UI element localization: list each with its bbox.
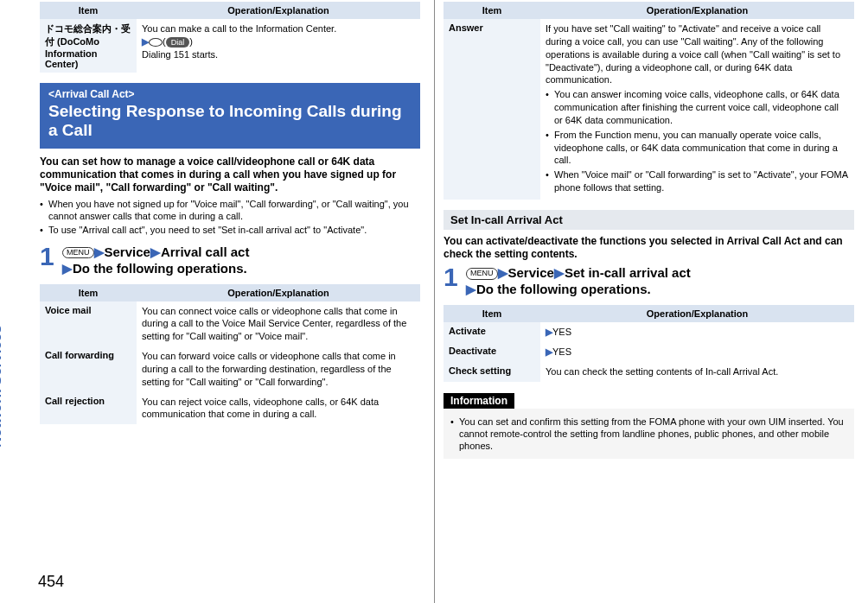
info-item: You can set and confirm this setting fro… bbox=[450, 416, 847, 453]
table-row: Call forwardingYou can forward voice cal… bbox=[40, 346, 420, 392]
col-header-item: Item bbox=[444, 2, 540, 19]
item-name: Answer bbox=[444, 19, 540, 200]
menu-key-icon: MENU bbox=[62, 247, 94, 259]
table-row: Answer If you have set "Call waiting" to… bbox=[444, 19, 854, 200]
notes-list: When you have not signed up for "Voice m… bbox=[40, 198, 420, 237]
section-title: Selecting Response to Incoming Calls dur… bbox=[48, 102, 412, 140]
item-desc: You can make a call to the Information C… bbox=[137, 19, 420, 73]
col-header-op: Operation/Explanation bbox=[540, 2, 854, 19]
info-center-table: Item Operation/Explanation ドコモ総合案内・受付 (D… bbox=[40, 2, 420, 73]
step: 1 MENU▶Service▶Arrival call act ▶Do the … bbox=[40, 244, 420, 277]
section-tag: <Arrival Call Act> bbox=[48, 88, 412, 100]
bullet-item: You can answer incoming voice calls, vid… bbox=[546, 88, 849, 127]
table-row: Call rejectionYou can reject voice calls… bbox=[40, 392, 420, 425]
side-tab-label: Network Services bbox=[0, 325, 5, 447]
table-row: Activate▶YES bbox=[444, 322, 854, 342]
col-header-op: Operation/Explanation bbox=[540, 305, 854, 322]
side-tab: Network Services bbox=[0, 0, 29, 603]
bullet-item: When "Voice mail" or "Call forwarding" i… bbox=[546, 168, 849, 194]
table-row: ドコモ総合案内・受付 (DoCoMo Information Center) Y… bbox=[40, 19, 420, 73]
features-table: Item Operation/Explanation Voice mailYou… bbox=[40, 284, 420, 425]
lead-paragraph: You can set how to manage a voice call/v… bbox=[40, 156, 420, 194]
step-number: 1 bbox=[444, 264, 461, 290]
dial-softkey-icon: Dial bbox=[166, 37, 190, 48]
col-header-item: Item bbox=[444, 305, 540, 322]
note-item: To use "Arrival call act", you need to s… bbox=[40, 224, 420, 236]
page-number: 454 bbox=[38, 573, 64, 591]
section-header: <Arrival Call Act> Selecting Response to… bbox=[40, 83, 420, 149]
right-column: Item Operation/Explanation Answer If you… bbox=[434, 0, 868, 603]
information-body: You can set and confirm this setting fro… bbox=[444, 409, 854, 460]
col-header-item: Item bbox=[40, 284, 137, 302]
bullet-item: From the Function menu, you can manually… bbox=[546, 129, 849, 168]
answer-table: Item Operation/Explanation Answer If you… bbox=[444, 2, 854, 200]
col-header-item: Item bbox=[40, 2, 137, 19]
lead-paragraph: You can activate/deactivate the function… bbox=[444, 235, 854, 261]
menu-key-icon: MENU bbox=[466, 268, 498, 280]
item-desc: If you have set "Call waiting" to "Activ… bbox=[540, 19, 854, 200]
table-row: Deactivate▶YES bbox=[444, 342, 854, 362]
information-box: Information You can set and confirm this… bbox=[444, 392, 854, 460]
step: 1 MENU▶Service▶Set in-call arrival act ▶… bbox=[444, 264, 854, 298]
col-header-op: Operation/Explanation bbox=[137, 2, 420, 19]
item-name: ドコモ総合案内・受付 (DoCoMo Information Center) bbox=[40, 19, 137, 73]
sub-heading: Set In-call Arrival Act bbox=[444, 210, 854, 230]
table-row: Voice mailYou can connect voice calls or… bbox=[40, 302, 420, 347]
left-column: Item Operation/Explanation ドコモ総合案内・受付 (D… bbox=[0, 0, 434, 603]
information-label: Information bbox=[444, 393, 514, 409]
table-row: Check settingYou can check the setting c… bbox=[444, 362, 854, 382]
step-body: MENU▶Service▶Set in-call arrival act ▶Do… bbox=[466, 264, 691, 298]
step-number: 1 bbox=[40, 244, 57, 270]
ops-table: Item Operation/Explanation Activate▶YES … bbox=[444, 305, 854, 382]
step-body: MENU▶Service▶Arrival call act ▶Do the fo… bbox=[62, 244, 249, 277]
dial-center-key-icon bbox=[149, 38, 163, 47]
note-item: When you have not signed up for "Voice m… bbox=[40, 198, 420, 223]
col-header-op: Operation/Explanation bbox=[137, 284, 420, 302]
